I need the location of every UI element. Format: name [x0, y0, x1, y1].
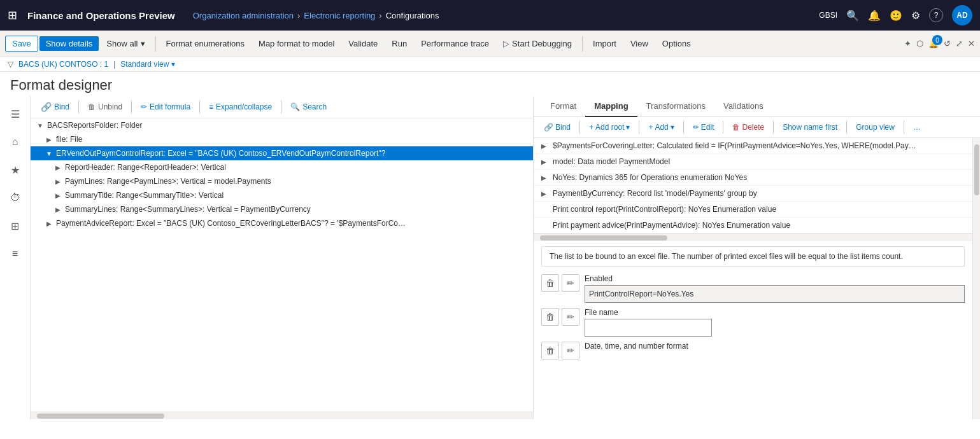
toolbar-right-icon-2[interactable]: ⬡ — [916, 39, 923, 48]
rt-sep-6 — [846, 121, 847, 134]
tree-item-2[interactable]: ▼ ERVendOutPaymControlReport: Excel = "B… — [31, 146, 533, 160]
right-vert-scrollbar[interactable] — [972, 138, 980, 419]
sidebar-menu-icon[interactable]: ☰ — [3, 101, 28, 127]
data-item-2[interactable]: ▶ NoYes: Dynamics 365 for Operations enu… — [534, 170, 972, 186]
toolbar-right-icon-1[interactable]: ✦ — [904, 39, 911, 48]
prop-edit-btn-datetime[interactable]: ✏ — [562, 342, 579, 359]
app-grid-icon[interactable]: ⊞ — [8, 8, 17, 22]
right-toolbar: 🔗 Bind + Add root ▾ + Add ▾ ✏ Edit — [534, 117, 980, 138]
rt-sep-1 — [579, 121, 580, 134]
tab-mapping[interactable]: Mapping — [585, 96, 637, 117]
expander-2: ▼ — [45, 150, 53, 157]
tree-label-5: SummaryTitle: Range<SummaryTitle>: Verti… — [65, 191, 224, 200]
view-button[interactable]: View — [624, 36, 655, 51]
breadcrumb-org[interactable]: Organization administration — [193, 11, 294, 20]
edit-formula-icon: ✏ — [141, 102, 147, 111]
run-button[interactable]: Run — [385, 36, 413, 51]
data-expander-3: ▶ — [541, 190, 549, 197]
smiley-icon[interactable]: 🙂 — [890, 10, 902, 22]
data-label-0: $PaymentsForCoveringLetter: Calculated f… — [553, 141, 916, 150]
more-icon: … — [913, 123, 921, 132]
expander-5: ▶ — [53, 192, 62, 199]
filter-icon[interactable]: ▽ — [8, 60, 13, 69]
prop-delete-btn-datetime[interactable]: 🗑 — [541, 342, 559, 359]
prop-delete-btn-enabled[interactable]: 🗑 — [541, 274, 559, 292]
tree-item-0[interactable]: ▼ BACSReportsFolder: Folder — [31, 118, 533, 132]
tree-label-6: SummaryLines: Range<SummaryLines>: Verti… — [65, 205, 311, 214]
left-toolbar: 🔗 Bind 🗑 Unbind ✏ Edit formula ≡ Expand/… — [31, 96, 533, 118]
format-tree: ▼ BACSReportsFolder: Folder ▶ file: File… — [31, 118, 533, 412]
breadcrumb-er[interactable]: Electronic reporting — [304, 11, 375, 20]
add-arrow: ▾ — [671, 123, 674, 132]
bind-button-right[interactable]: 🔗 Bind — [539, 121, 576, 134]
toolbar-right-icon-5[interactable]: ⤢ — [956, 39, 963, 48]
data-item-3[interactable]: ▶ PaymentByCurrency: Record list 'model/… — [534, 186, 972, 202]
tab-validations[interactable]: Validations — [714, 96, 772, 117]
search-button-left[interactable]: 🔍 Search — [285, 101, 332, 113]
prop-edit-btn-enabled[interactable]: ✏ — [562, 274, 579, 292]
map-format-to-model-button[interactable]: Map format to model — [252, 36, 341, 51]
show-all-arrow: ▾ — [141, 39, 145, 48]
data-item-4[interactable]: Print control report(PrintControlReport)… — [534, 202, 972, 218]
show-all-button[interactable]: Show all ▾ — [100, 36, 151, 51]
tree-item-5[interactable]: ▶ SummaryTitle: Range<SummaryTitle>: Ver… — [31, 188, 533, 202]
prop-row-filename: 🗑 ✏ File name — [541, 308, 965, 337]
right-tabs: Format Mapping Transformations Validatio… — [534, 96, 980, 117]
rt-sep-5 — [773, 121, 774, 134]
group-view-button[interactable]: Group view — [851, 121, 900, 134]
help-icon[interactable]: ? — [929, 8, 943, 22]
show-details-button[interactable]: Show details — [39, 36, 99, 51]
show-name-first-button[interactable]: Show name first — [778, 121, 842, 134]
standard-view-dropdown[interactable]: Standard view ▾ — [120, 60, 174, 69]
bind-button-left[interactable]: 🔗 Bind — [36, 100, 75, 114]
sidebar-grid-icon[interactable]: ⊞ — [3, 213, 28, 239]
tab-transformations[interactable]: Transformations — [637, 96, 714, 117]
edit-button[interactable]: ✏ Edit — [688, 121, 720, 134]
options-button[interactable]: Options — [656, 36, 697, 51]
data-item-5[interactable]: Print payment advice(PrintPaymentAdvice)… — [534, 218, 972, 233]
sidebar-list-icon[interactable]: ≡ — [3, 241, 28, 267]
toolbar-right-icon-4[interactable]: ↺ — [944, 39, 951, 48]
save-button[interactable]: Save — [5, 36, 38, 52]
tree-item-6[interactable]: ▶ SummaryLines: Range<SummaryLines>: Ver… — [31, 202, 533, 216]
delete-icon: 🗑 — [732, 123, 740, 132]
settings-icon[interactable]: ⚙ — [911, 10, 920, 22]
edit-icon-right: ✏ — [693, 123, 699, 132]
delete-button[interactable]: 🗑 Delete — [727, 121, 769, 134]
prop-edit-btn-filename[interactable]: ✏ — [562, 308, 579, 326]
unbind-button[interactable]: 🗑 Unbind — [83, 101, 127, 113]
tree-item-7[interactable]: ▶ PaymentAdviceReport: Excel = "BACS (UK… — [31, 216, 533, 230]
left-scrollbar[interactable] — [31, 412, 533, 419]
sidebar-clock-icon[interactable]: ⏱ — [3, 185, 28, 211]
tree-item-1[interactable]: ▶ file: File — [31, 132, 533, 146]
bell-icon[interactable]: 🔔 — [868, 10, 881, 22]
close-icon[interactable]: ✕ — [968, 39, 975, 48]
data-item-0[interactable]: ▶ $PaymentsForCoveringLetter: Calculated… — [534, 138, 972, 154]
tree-item-3[interactable]: ▶ ReportHeader: Range<ReportHeader>: Ver… — [31, 160, 533, 174]
validate-button[interactable]: Validate — [342, 36, 384, 51]
user-avatar[interactable]: AD — [952, 5, 972, 25]
tab-format[interactable]: Format — [541, 96, 585, 117]
left-sidebar: ☰ ⌂ ★ ⏱ ⊞ ≡ — [0, 96, 31, 419]
tree-item-4[interactable]: ▶ PaymLines: Range<PaymLines>: Vertical … — [31, 174, 533, 188]
prop-input-enabled[interactable] — [585, 285, 965, 303]
edit-formula-button[interactable]: ✏ Edit formula — [136, 101, 195, 113]
expand-collapse-button[interactable]: ≡ Expand/collapse — [204, 101, 277, 113]
edit-cursor-icon: ✏ — [567, 345, 574, 356]
sidebar-home-icon[interactable]: ⌂ — [3, 129, 28, 155]
prop-delete-btn-filename[interactable]: 🗑 — [541, 308, 559, 326]
right-scrollbar[interactable] — [534, 233, 972, 241]
more-button[interactable]: … — [908, 121, 926, 134]
add-button[interactable]: + Add ▾ — [643, 121, 679, 134]
import-button[interactable]: Import — [586, 36, 623, 51]
data-item-1[interactable]: ▶ model: Data model PaymentModel — [534, 154, 972, 170]
data-label-1: model: Data model PaymentModel — [553, 157, 670, 166]
format-enumerations-button[interactable]: Format enumerations — [160, 36, 252, 51]
tree-label-3: ReportHeader: Range<ReportHeader>: Verti… — [65, 163, 226, 172]
search-icon[interactable]: 🔍 — [846, 10, 859, 22]
sidebar-star-icon[interactable]: ★ — [3, 157, 28, 183]
prop-input-filename[interactable] — [585, 319, 712, 337]
performance-trace-button[interactable]: Performance trace — [415, 36, 495, 51]
add-root-button[interactable]: + Add root ▾ — [584, 121, 635, 134]
start-debugging-button[interactable]: ▷ Start Debugging — [497, 36, 578, 51]
